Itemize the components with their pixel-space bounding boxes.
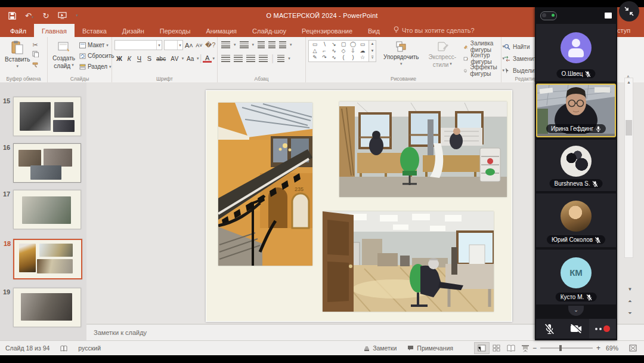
collapse-list-chevron[interactable]: ⌄ <box>568 306 584 316</box>
paste-button[interactable]: Вставить▾ <box>2 40 32 72</box>
mic-on-icon <box>596 126 601 132</box>
call-control-bar <box>536 319 616 339</box>
zoom-in-icon[interactable]: + <box>596 344 600 352</box>
shape-fill-button[interactable]: Заливка фигуры▾ <box>463 41 504 52</box>
tab-transitions[interactable]: Переходы <box>152 24 199 37</box>
photo-workshop-1[interactable] <box>339 101 507 197</box>
decrease-indent-icon[interactable] <box>258 41 265 48</box>
text-shadow-button[interactable]: S <box>144 55 154 62</box>
shrink-font-icon[interactable]: А˅ <box>195 42 203 48</box>
view-mode-icon[interactable] <box>605 13 612 19</box>
spellcheck-icon[interactable] <box>55 345 73 352</box>
clear-formatting-icon[interactable]: �? <box>205 41 215 49</box>
language-indicator[interactable]: русский <box>73 344 106 352</box>
next-slide-button[interactable]: ⏷ <box>626 310 634 319</box>
underline-button[interactable]: Ч <box>135 55 144 62</box>
increase-indent-icon[interactable] <box>268 41 275 48</box>
previous-slide-button[interactable]: ⏶ <box>626 299 634 307</box>
columns-icon[interactable] <box>277 55 284 62</box>
numbering-icon[interactable] <box>240 41 249 48</box>
share-button-partial[interactable]: ступ <box>617 27 630 34</box>
group-label-paragraph: Абзац <box>218 76 305 82</box>
participant-tile[interactable]: О.Швец <box>536 24 616 81</box>
slideshow-view-button[interactable] <box>518 343 532 353</box>
font-name-combobox[interactable]: ▾ <box>114 40 162 50</box>
window-right-edge: ступ ˄ ▲ ▼ ⏶ ⏷ <box>617 7 644 355</box>
photo-workshop-2[interactable] <box>323 211 494 312</box>
tab-design[interactable]: Дизайн <box>114 24 152 37</box>
scrollbar-thumb[interactable] <box>626 120 632 136</box>
grow-font-icon[interactable]: А˄ <box>185 42 193 49</box>
zoom-out-icon[interactable]: − <box>532 344 537 352</box>
tab-review[interactable]: Рецензирование <box>294 24 360 37</box>
photo-staircase[interactable]: 235 <box>218 103 312 266</box>
normal-view-button[interactable] <box>474 342 490 354</box>
participant-tile[interactable]: КМ Кусто М. <box>536 250 616 304</box>
tab-animations[interactable]: Анимация <box>198 24 244 37</box>
scroll-down-icon[interactable]: ▼ <box>626 287 634 295</box>
tab-view[interactable]: Вид <box>360 24 388 37</box>
layout-button[interactable]: Макет▾ <box>79 40 114 50</box>
tab-home[interactable]: Главная <box>34 24 75 37</box>
align-left-icon[interactable] <box>221 55 230 62</box>
zoom-slider-thumb[interactable] <box>559 345 562 351</box>
comments-toggle[interactable]: Примечания <box>402 344 459 352</box>
character-spacing-button[interactable]: АV <box>168 56 181 62</box>
reading-view-button[interactable] <box>504 343 518 353</box>
undo-icon[interactable]: ↶▾ <box>25 11 33 20</box>
font-color-button[interactable]: А <box>203 55 212 63</box>
exit-fullscreen-icon[interactable] <box>619 1 639 21</box>
microphone-muted-button[interactable] <box>536 319 563 339</box>
participant-tile[interactable]: Burshneva S. <box>536 140 616 191</box>
italic-button[interactable]: К <box>125 55 134 62</box>
group-drawing: ▭∖↘▢◯▭ △⌐∿◇⇩☁ ✎↷∿()☆ ▲▼⊽ Упорядочить▾ Эк… <box>306 37 501 82</box>
strikethrough-button[interactable]: abc <box>154 56 168 62</box>
screen: О МАСТЕРСКОЙ 2024 - PowerPoint ↶▾ ↻ ▾ Фа… <box>0 0 644 363</box>
cut-icon[interactable]: ✂ <box>32 41 39 49</box>
font-size-combobox[interactable]: ▾ <box>164 40 183 50</box>
section-button[interactable]: Раздел▾ <box>79 61 114 72</box>
camera-off-button[interactable] <box>563 319 590 339</box>
thumbnail-slide-17[interactable]: 17 <box>13 190 81 229</box>
thumbnail-slide-16[interactable]: 16 <box>13 143 81 183</box>
zoom-slider[interactable]: − + <box>532 344 600 352</box>
copy-icon[interactable] <box>32 49 39 60</box>
video-toggle-icon[interactable] <box>540 11 557 20</box>
thumbnail-slide-19[interactable]: 19 <box>13 288 81 327</box>
current-slide[interactable]: 235 <box>206 90 512 322</box>
participant-tile[interactable]: Юрий Соколов <box>536 193 616 247</box>
bold-button[interactable]: Ж <box>114 55 124 62</box>
redo-icon[interactable]: ↻ <box>42 11 49 20</box>
notes-toggle[interactable]: Заметки <box>358 344 402 352</box>
shapes-scroll[interactable]: ▲▼⊽ <box>369 40 376 62</box>
more-options-button[interactable] <box>589 319 616 339</box>
lightbulb-icon <box>394 26 399 35</box>
line-spacing-icon[interactable] <box>279 41 286 48</box>
quick-styles-button[interactable]: Экспресс-стили▾ <box>426 40 459 69</box>
group-label-slides: Слайды <box>48 76 112 82</box>
slide-sorter-button[interactable] <box>490 343 504 353</box>
shapes-gallery[interactable]: ▭∖↘▢◯▭ △⌐∿◇⇩☁ ✎↷∿()☆ <box>308 40 369 62</box>
avatar: КМ <box>561 257 592 288</box>
reset-button[interactable]: Сбросить <box>79 51 114 61</box>
shape-effects-button[interactable]: Эффекты фигуры▾ <box>463 65 504 76</box>
vertical-scrollbar[interactable]: ▲ <box>624 78 633 258</box>
arrange-button[interactable]: Упорядочить▾ <box>381 40 422 67</box>
thumbnail-slide-15[interactable]: 15 <box>13 97 81 136</box>
tab-file[interactable]: Файл <box>2 24 34 37</box>
align-center-icon[interactable] <box>234 55 243 62</box>
shape-outline-button[interactable]: Контур фигуры▾ <box>463 53 504 64</box>
slide-number: 19 <box>3 288 10 296</box>
thumbnail-slide-18[interactable]: 18 <box>13 239 82 279</box>
align-right-icon[interactable] <box>246 55 255 62</box>
format-painter-icon[interactable] <box>32 60 39 70</box>
tab-slideshow[interactable]: Слайд-шоу <box>244 24 294 37</box>
slide-thumbnail-panel: 15 16 17 18 19 <box>0 82 86 340</box>
tab-insert[interactable]: Вставка <box>75 24 114 37</box>
change-case-button[interactable]: Аа <box>184 56 196 62</box>
new-slide-button[interactable]: Создатьслайд▾ <box>50 40 78 72</box>
justify-icon[interactable] <box>259 55 268 62</box>
tell-me-box[interactable]: Что вы хотите сделать? <box>388 24 475 37</box>
participant-tile-active-speaker[interactable]: Ирина Гефдинг <box>536 84 616 137</box>
bullets-icon[interactable] <box>221 41 230 48</box>
